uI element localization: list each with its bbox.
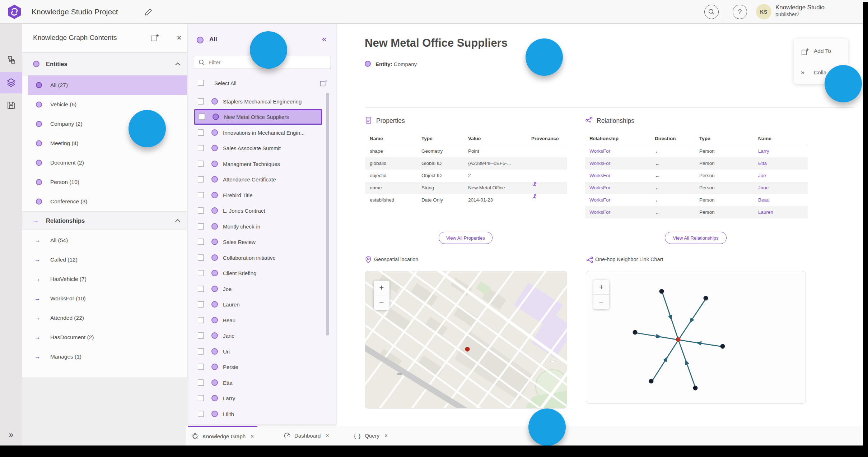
- chevron-up-icon[interactable]: [175, 62, 181, 66]
- one-hop-link-chart[interactable]: + −: [586, 271, 806, 404]
- item-checkbox[interactable]: [199, 114, 205, 120]
- item-checkbox[interactable]: [198, 317, 204, 323]
- item-checkbox[interactable]: [198, 161, 204, 167]
- item-checkbox[interactable]: [198, 395, 204, 401]
- tab-knowledge-graph[interactable]: Knowledge Graph ×: [188, 426, 257, 446]
- entity-list-item[interactable]: Larry: [194, 391, 322, 406]
- relationship-category-row[interactable]: → WorksFor (10): [28, 289, 187, 308]
- edit-title-icon[interactable]: [144, 8, 153, 16]
- zoom-out-button[interactable]: −: [374, 295, 389, 310]
- zoom-out-button[interactable]: −: [593, 295, 609, 309]
- entity-list-item[interactable]: Uri: [194, 343, 322, 359]
- entity-name-link[interactable]: Larry: [754, 145, 808, 157]
- entity-list-item[interactable]: New Metal Office Suppliers: [194, 109, 322, 125]
- entity-list-item[interactable]: Attendance Certificate: [194, 172, 322, 188]
- user-menu[interactable]: Knowledge Studio publisher2: [775, 4, 825, 18]
- entity-category-row[interactable]: Person (10): [28, 172, 187, 192]
- add-to-map-icon[interactable]: [319, 79, 328, 88]
- graph-node[interactable]: [720, 344, 725, 349]
- zoom-in-button[interactable]: +: [374, 281, 389, 295]
- entities-section-header[interactable]: Entities: [22, 52, 187, 75]
- graph-node[interactable]: [693, 386, 698, 391]
- add-to-new-list-icon[interactable]: [150, 33, 159, 43]
- zoom-in-button[interactable]: +: [593, 280, 609, 295]
- relationships-section-header[interactable]: → Relationships: [22, 211, 187, 230]
- entity-category-row[interactable]: Vehicle (6): [28, 95, 187, 114]
- entity-name-link[interactable]: Beau: [754, 194, 808, 206]
- save-rail-button[interactable]: [0, 95, 22, 116]
- close-tab-icon[interactable]: ×: [384, 433, 388, 439]
- entity-list-item[interactable]: Jane: [194, 328, 322, 344]
- graph-node[interactable]: [633, 330, 637, 335]
- entity-list-item[interactable]: Beau: [194, 312, 322, 328]
- entity-list-item[interactable]: Sales Associate Summit: [194, 140, 322, 156]
- entity-category-row[interactable]: Document (2): [28, 153, 187, 172]
- graph-node[interactable]: [659, 289, 664, 294]
- relationship-link[interactable]: WorksFor: [585, 157, 650, 170]
- item-checkbox[interactable]: [198, 239, 204, 245]
- relationship-link[interactable]: WorksFor: [585, 145, 650, 157]
- item-checkbox[interactable]: [198, 270, 204, 276]
- entity-list-item[interactable]: L. Jones Contract: [194, 203, 322, 219]
- item-checkbox[interactable]: [198, 129, 204, 135]
- relationship-link[interactable]: WorksFor: [585, 206, 650, 218]
- item-checkbox[interactable]: [198, 145, 204, 151]
- geospatial-map[interactable]: + −: [365, 271, 567, 408]
- select-all-checkbox[interactable]: [198, 80, 204, 86]
- item-checkbox[interactable]: [198, 301, 204, 308]
- entity-category-row[interactable]: All (27): [28, 75, 187, 95]
- entity-list-item[interactable]: Lilith: [194, 406, 322, 422]
- entity-name-link[interactable]: Joe: [754, 170, 808, 182]
- relationship-category-row[interactable]: → HasDocument (2): [28, 328, 187, 347]
- item-checkbox[interactable]: [198, 254, 204, 260]
- entity-list-item[interactable]: Joe: [194, 281, 322, 297]
- view-all-relationships-button[interactable]: View All Relationships: [665, 232, 727, 244]
- contents-rail-button[interactable]: [0, 72, 22, 93]
- tab-query[interactable]: { } Query ×: [350, 426, 391, 446]
- item-checkbox[interactable]: [198, 208, 204, 214]
- item-checkbox[interactable]: [198, 379, 204, 386]
- entity-list-item[interactable]: Etta: [194, 375, 322, 391]
- item-checkbox[interactable]: [198, 411, 204, 417]
- close-tab-icon[interactable]: ×: [326, 433, 329, 439]
- entity-list-item[interactable]: Innovations in Mechanical Engin...: [194, 125, 322, 140]
- item-checkbox[interactable]: [198, 286, 204, 292]
- item-checkbox[interactable]: [198, 364, 204, 370]
- entity-name-link[interactable]: Jane: [754, 182, 808, 194]
- graph-center-node[interactable]: [676, 337, 681, 342]
- expand-rail-button[interactable]: »: [0, 425, 22, 444]
- entity-list-item[interactable]: Collaboration initiative: [194, 250, 322, 266]
- graph-node[interactable]: [649, 379, 654, 384]
- item-checkbox[interactable]: [198, 176, 204, 183]
- relationship-link[interactable]: WorksFor: [585, 194, 650, 206]
- relationship-link[interactable]: WorksFor: [585, 170, 650, 182]
- entity-list-item[interactable]: Sales Review: [194, 234, 322, 250]
- relationship-category-row[interactable]: → HasVehicle (7): [28, 269, 187, 289]
- relationship-category-row[interactable]: → All (54): [28, 231, 187, 250]
- item-checkbox[interactable]: [198, 223, 204, 229]
- entity-list-item[interactable]: Staplers Mechanical Engineering: [194, 93, 322, 109]
- relationship-category-row[interactable]: → Manages (1): [28, 347, 187, 366]
- entity-category-row[interactable]: Conference (3): [28, 192, 187, 211]
- graph-node[interactable]: [703, 296, 708, 300]
- close-panel-button[interactable]: ×: [174, 32, 185, 43]
- avatar[interactable]: KS: [756, 4, 771, 19]
- item-checkbox[interactable]: [198, 98, 204, 104]
- relationship-category-row[interactable]: → Attended (22): [28, 308, 187, 328]
- entity-list-item[interactable]: Firebird Title: [194, 187, 322, 203]
- provenance-flag-cell[interactable]: [526, 194, 567, 206]
- tab-dashboard[interactable]: Dashboard ×: [280, 426, 333, 446]
- relationship-category-row[interactable]: → Called (12): [28, 250, 187, 269]
- add-to-button[interactable]: Add To: [794, 45, 848, 59]
- collapse-panel-icon[interactable]: «: [322, 34, 326, 44]
- list-scrollbar[interactable]: [326, 93, 329, 336]
- chevron-up-icon[interactable]: [175, 219, 181, 222]
- entity-list-item[interactable]: Client Briefing: [194, 266, 322, 281]
- entity-name-link[interactable]: Lauren: [754, 206, 808, 218]
- search-button[interactable]: [704, 5, 719, 19]
- help-button[interactable]: ?: [733, 5, 747, 19]
- entity-name-link[interactable]: Etta: [754, 157, 808, 170]
- entity-list-item[interactable]: Persie: [194, 359, 322, 375]
- entity-list-item[interactable]: Managment Techniques: [194, 156, 322, 172]
- item-checkbox[interactable]: [198, 348, 204, 354]
